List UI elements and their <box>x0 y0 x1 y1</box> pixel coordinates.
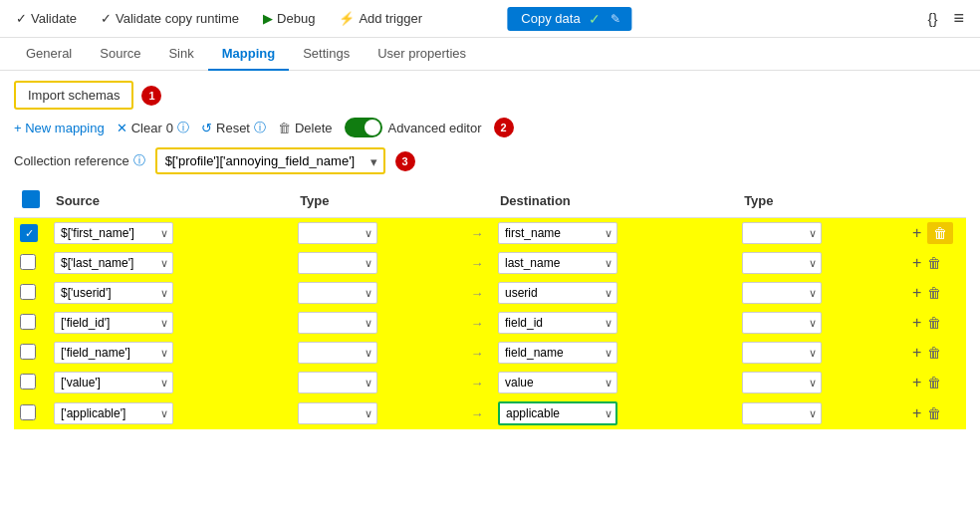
source-select-wrap[interactable]: $['last_name'] <box>54 252 173 274</box>
row-checkbox[interactable] <box>20 314 36 330</box>
dest-type-select[interactable] <box>742 282 822 304</box>
import-schemas-button[interactable]: Import schemas <box>14 81 133 110</box>
row-checkbox[interactable] <box>20 284 36 300</box>
dest-select[interactable]: value <box>498 372 617 393</box>
tab-source[interactable]: Source <box>86 38 154 71</box>
dest-select[interactable]: applicable <box>498 401 617 425</box>
row-checkbox-cell[interactable] <box>14 308 48 338</box>
dest-select[interactable]: first_name <box>498 222 617 244</box>
collection-select-wrap[interactable]: $['profile']['annoying_field_name'] <box>155 147 385 174</box>
source-select[interactable]: ['applicable'] <box>54 402 173 424</box>
dest-type-select[interactable] <box>742 312 822 334</box>
dest-type-select-wrap[interactable] <box>742 402 822 424</box>
dest-type-select[interactable] <box>742 372 822 393</box>
dest-select[interactable]: userid <box>498 282 617 304</box>
row-checkbox[interactable] <box>20 404 36 420</box>
row-add-button[interactable]: + <box>912 284 921 302</box>
source-select[interactable]: ['field_name'] <box>54 342 173 364</box>
validate-copy-button[interactable]: ✓ Validate copy runtime <box>97 9 243 28</box>
row-delete-button[interactable]: 🗑 <box>927 375 941 391</box>
dest-type-select-wrap[interactable] <box>742 252 822 274</box>
source-type-select-wrap[interactable] <box>298 282 377 304</box>
row-checkbox-cell[interactable] <box>14 218 48 249</box>
source-select-wrap[interactable]: ['value'] <box>54 372 173 393</box>
validate-button[interactable]: ✓ Validate <box>12 9 81 28</box>
source-select-wrap[interactable]: $['userid'] <box>54 282 173 304</box>
dest-select-wrap[interactable]: first_name <box>498 222 617 244</box>
row-add-button[interactable]: + <box>912 374 921 392</box>
row-add-button[interactable]: + <box>912 404 921 422</box>
row-add-button[interactable]: + <box>912 344 921 362</box>
row-delete-button[interactable]: 🗑 <box>927 255 941 271</box>
tab-settings[interactable]: Settings <box>289 38 364 71</box>
row-checkbox-checked[interactable] <box>20 224 38 242</box>
source-type-select-wrap[interactable] <box>298 252 377 274</box>
dest-type-select[interactable] <box>742 252 822 274</box>
row-delete-button[interactable]: 🗑 <box>927 405 941 421</box>
row-checkbox-cell[interactable] <box>14 278 48 308</box>
tab-user-properties[interactable]: User properties <box>364 38 480 71</box>
row-checkbox[interactable] <box>20 374 36 390</box>
row-checkbox-cell[interactable] <box>14 338 48 368</box>
new-mapping-button[interactable]: + New mapping <box>14 121 105 135</box>
row-checkbox-cell[interactable] <box>14 368 48 397</box>
row-checkbox[interactable] <box>20 254 36 270</box>
row-delete-button[interactable]: 🗑 <box>927 285 941 301</box>
row-delete-button[interactable]: 🗑 <box>927 345 941 361</box>
dest-type-select-wrap[interactable] <box>742 342 822 364</box>
dest-select[interactable]: field_name <box>498 342 617 364</box>
copy-data-pill[interactable]: Copy data ✓ ✎ <box>348 7 631 31</box>
source-select[interactable]: $['last_name'] <box>54 252 173 274</box>
dest-type-select[interactable] <box>742 222 822 244</box>
delete-button[interactable]: 🗑 Delete <box>278 121 333 135</box>
row-checkbox-cell[interactable] <box>14 248 48 278</box>
tab-general[interactable]: General <box>12 38 86 71</box>
dest-select-wrap[interactable]: field_name <box>498 342 617 364</box>
source-select-wrap[interactable]: $['first_name'] <box>54 222 173 244</box>
dest-select[interactable]: field_id <box>498 312 617 334</box>
source-type-select[interactable] <box>298 222 377 244</box>
source-select-wrap[interactable]: ['applicable'] <box>54 402 173 424</box>
advanced-editor-toggle[interactable] <box>345 118 382 137</box>
reset-button[interactable]: ↺ Reset ⓘ <box>201 120 266 136</box>
row-checkbox[interactable] <box>20 344 36 360</box>
source-type-select[interactable] <box>298 312 377 334</box>
menu-button[interactable]: ≡ <box>949 6 968 31</box>
source-type-select-wrap[interactable] <box>298 222 377 244</box>
source-type-select[interactable] <box>298 252 377 274</box>
source-type-select-wrap[interactable] <box>298 402 377 424</box>
row-checkbox-cell[interactable] <box>14 397 48 429</box>
row-add-button[interactable]: + <box>912 314 921 332</box>
dest-select-wrap[interactable]: last_name <box>498 252 617 274</box>
clear-button[interactable]: ✕ Clear 0 ⓘ <box>117 120 189 136</box>
dest-select-wrap[interactable]: userid <box>498 282 617 304</box>
source-select-wrap[interactable]: ['field_name'] <box>54 342 173 364</box>
source-type-select[interactable] <box>298 372 377 393</box>
tab-mapping[interactable]: Mapping <box>208 38 289 71</box>
source-select-wrap[interactable]: ['field_id'] <box>54 312 173 334</box>
row-add-button[interactable]: + <box>912 224 921 242</box>
source-select[interactable]: $['first_name'] <box>54 222 173 244</box>
dest-type-select-wrap[interactable] <box>742 282 822 304</box>
dest-select-wrap[interactable]: value <box>498 372 617 393</box>
source-type-select[interactable] <box>298 402 377 424</box>
dest-select[interactable]: last_name <box>498 252 617 274</box>
dest-type-select[interactable] <box>742 342 822 364</box>
dest-type-select-wrap[interactable] <box>742 372 822 393</box>
source-type-select-wrap[interactable] <box>298 312 377 334</box>
header-checkbox[interactable] <box>22 190 40 208</box>
source-select[interactable]: ['field_id'] <box>54 312 173 334</box>
dest-select-wrap[interactable]: field_id <box>498 312 617 334</box>
dest-type-select-wrap[interactable] <box>742 312 822 334</box>
dest-select-wrap[interactable]: applicable <box>498 401 617 425</box>
source-select[interactable]: ['value'] <box>54 372 173 393</box>
row-delete-button[interactable]: 🗑 <box>927 222 953 244</box>
row-add-button[interactable]: + <box>912 254 921 272</box>
collection-reference-select[interactable]: $['profile']['annoying_field_name'] <box>155 147 385 174</box>
code-button[interactable]: {} <box>923 6 941 31</box>
debug-button[interactable]: ▶ Debug <box>259 9 319 28</box>
dest-type-select-wrap[interactable] <box>742 222 822 244</box>
source-type-select-wrap[interactable] <box>298 342 377 364</box>
source-type-select[interactable] <box>298 282 377 304</box>
source-type-select-wrap[interactable] <box>298 372 377 393</box>
